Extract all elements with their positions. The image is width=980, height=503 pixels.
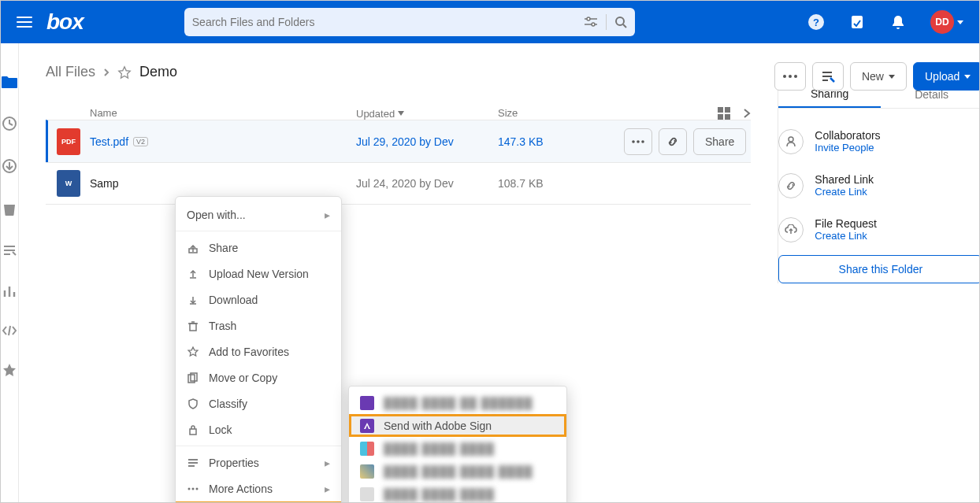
row-share-button[interactable]: Share (693, 128, 746, 155)
search-bar[interactable] (184, 8, 635, 36)
cm-trash[interactable]: Trash (176, 313, 341, 338)
new-button[interactable]: New (850, 62, 907, 91)
body: All Files Demo New Upload Name (1, 43, 979, 502)
sm-item[interactable]: ████ ████ ██ ██████ (349, 391, 566, 414)
integration-icon (360, 442, 374, 456)
sidebar-dev-icon[interactable] (2, 325, 17, 336)
row-link-button[interactable] (659, 128, 687, 155)
download-icon (187, 294, 199, 305)
chevron-right-icon: ▸ (325, 457, 330, 469)
sidebar-folder-icon[interactable] (1, 75, 18, 89)
sm-item[interactable]: ████ ████ ████ (349, 437, 566, 460)
cm-upload-version[interactable]: Upload New Version (176, 261, 341, 287)
integrations-submenu: ████ ████ ██ ██████ Send with Adobe Sign… (348, 386, 567, 503)
chevron-right-icon: ▸ (325, 483, 330, 495)
svg-rect-28 (725, 107, 730, 113)
integration-icon (360, 464, 374, 479)
sort-down-icon (398, 111, 404, 116)
share-folder-button[interactable]: Share this Folder (778, 255, 980, 283)
sm-item[interactable]: ████ ████ ████ ████ (349, 460, 566, 483)
upload-button[interactable]: Upload (913, 62, 980, 91)
svg-point-33 (641, 140, 644, 143)
sidebar-trash-icon[interactable] (2, 201, 17, 216)
sm-item[interactable]: ████ ████ ████ (349, 483, 566, 503)
sidebar-recent-icon[interactable] (2, 116, 17, 131)
cm-share[interactable]: Share (176, 235, 341, 261)
help-icon[interactable]: ? (807, 13, 825, 31)
cm-more-actions[interactable]: More Actions▸ (176, 475, 341, 501)
svg-rect-8 (852, 16, 863, 28)
table-row[interactable]: PDF Test.pdf V2 Jul 29, 2020 by Dev 147.… (46, 120, 751, 162)
chevron-down-icon (957, 20, 963, 24)
table-header: Name Updated Size (46, 107, 751, 120)
column-size[interactable]: Size (498, 107, 624, 120)
column-updated[interactable]: Updated (356, 107, 498, 120)
cm-lock[interactable]: Lock (176, 416, 341, 442)
row-more-button[interactable] (624, 128, 652, 155)
expand-panel-icon[interactable] (743, 108, 751, 119)
sm-adobe-sign[interactable]: Send with Adobe Sign (349, 414, 566, 437)
file-name[interactable]: Test.pdf V2 (90, 135, 356, 148)
table-row[interactable]: W Samp Jul 24, 2020 by Dev 108.7 KB (46, 162, 751, 205)
notes-icon[interactable] (848, 13, 866, 31)
cm-open-with[interactable]: Open with...▸ (176, 202, 341, 227)
favorite-star-icon[interactable] (117, 65, 132, 80)
upload-icon (187, 268, 199, 279)
pdf-icon: PDF (57, 128, 80, 155)
version-badge: V2 (133, 137, 148, 146)
row-actions: Share (624, 128, 746, 155)
notes-button[interactable] (812, 62, 844, 91)
svg-point-34 (789, 137, 793, 142)
search-container (184, 8, 635, 36)
search-icon[interactable] (614, 16, 627, 28)
adobe-sign-icon (360, 419, 374, 433)
cm-favorites[interactable]: Add to Favorites (176, 338, 341, 364)
sidebar-download-icon[interactable] (2, 158, 17, 174)
invite-people-link[interactable]: Invite People (815, 142, 880, 153)
file-name[interactable]: Samp (90, 177, 356, 190)
sidebar-analytics-icon[interactable] (2, 284, 17, 298)
upload-cloud-icon (778, 217, 804, 242)
sidebar-favorites-icon[interactable] (2, 363, 17, 379)
svg-text:?: ? (813, 17, 819, 28)
search-input[interactable] (192, 16, 584, 28)
docx-icon: W (57, 170, 80, 197)
shield-icon (187, 398, 199, 409)
lock-icon (187, 424, 199, 435)
file-size: 108.7 KB (498, 177, 624, 190)
left-sidebar (1, 43, 19, 502)
svg-point-3 (592, 23, 595, 26)
svg-line-19 (9, 326, 10, 335)
app-header: box ? DD (1, 1, 979, 43)
svg-rect-42 (190, 324, 196, 331)
hamburger-menu-icon[interactable] (17, 17, 32, 28)
column-name[interactable]: Name (90, 107, 356, 120)
header-right: ? DD (807, 10, 963, 34)
breadcrumb-current: Demo (139, 64, 177, 80)
create-file-request-link[interactable]: Create Link (815, 230, 877, 242)
integration-icon (360, 396, 374, 410)
chevron-right-icon: ▸ (325, 209, 330, 221)
sidebar-notes-icon[interactable] (2, 243, 17, 257)
svg-rect-27 (718, 107, 723, 113)
svg-point-21 (789, 75, 792, 78)
bell-icon[interactable] (889, 13, 907, 31)
cm-download[interactable]: Download (176, 287, 341, 313)
star-icon (187, 346, 199, 357)
grid-view-icon[interactable] (718, 107, 730, 120)
user-menu[interactable]: DD (930, 10, 963, 34)
svg-point-32 (637, 140, 640, 143)
svg-rect-30 (725, 114, 730, 120)
svg-point-4 (616, 17, 624, 25)
svg-rect-47 (190, 429, 196, 435)
breadcrumb-root[interactable]: All Files (46, 64, 95, 80)
file-context-menu: Open with...▸ Share Upload New Version D… (175, 196, 342, 503)
cm-classify[interactable]: Classify (176, 390, 341, 416)
create-shared-link[interactable]: Create Link (815, 186, 874, 198)
more-options-button[interactable] (774, 62, 806, 91)
avatar: DD (930, 10, 954, 34)
cm-properties[interactable]: Properties▸ (176, 449, 341, 475)
filter-icon[interactable] (584, 17, 598, 28)
box-logo[interactable]: box (46, 9, 84, 35)
cm-move-copy[interactable]: Move or Copy (176, 364, 341, 390)
